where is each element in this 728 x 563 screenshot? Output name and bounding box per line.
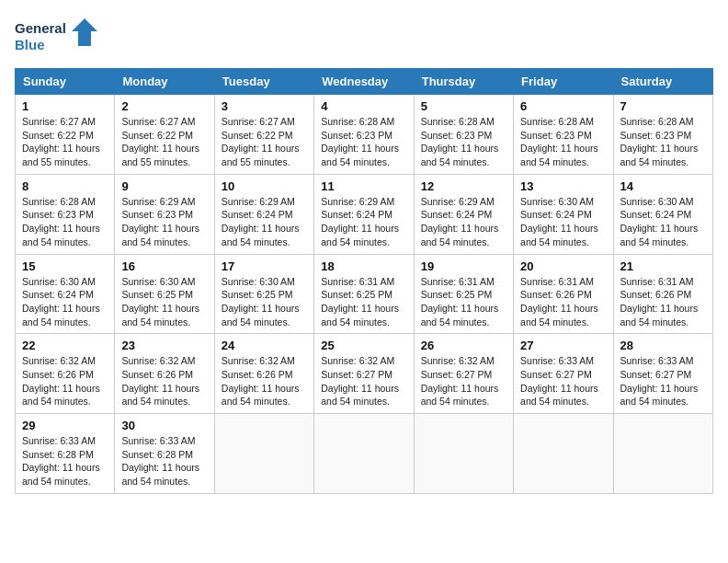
day-number: 23 [121,339,207,352]
day-info: Sunrise: 6:28 AM Sunset: 6:23 PM Dayligh… [22,195,108,249]
day-info: Sunrise: 6:27 AM Sunset: 6:22 PM Dayligh… [121,115,207,169]
weekday-header: Sunday [16,69,115,95]
calendar-cell: 2 Sunrise: 6:27 AM Sunset: 6:22 PM Dayli… [115,95,214,175]
day-number: 5 [421,99,506,113]
day-number: 18 [321,259,406,273]
day-info: Sunrise: 6:29 AM Sunset: 6:24 PM Dayligh… [222,195,307,249]
day-info: Sunrise: 6:32 AM Sunset: 6:26 PM Dayligh… [121,354,207,408]
day-number: 22 [22,339,108,352]
day-info: Sunrise: 6:30 AM Sunset: 6:24 PM Dayligh… [520,195,606,249]
weekday-header: Tuesday [214,69,313,95]
day-number: 16 [121,259,207,273]
day-info: Sunrise: 6:30 AM Sunset: 6:24 PM Dayligh… [620,195,706,249]
calendar-cell: 28 Sunrise: 6:33 AM Sunset: 6:27 PM Dayl… [613,334,712,414]
calendar-cell: 29 Sunrise: 6:33 AM Sunset: 6:28 PM Dayl… [16,414,115,494]
day-info: Sunrise: 6:31 AM Sunset: 6:25 PM Dayligh… [421,275,506,329]
calendar-cell: 20 Sunrise: 6:31 AM Sunset: 6:26 PM Dayl… [514,254,613,334]
svg-text:General: General [15,20,66,36]
calendar-cell [613,414,712,494]
day-number: 9 [121,179,207,193]
svg-text:Blue: Blue [15,37,45,52]
day-number: 13 [520,179,606,193]
day-number: 10 [222,179,307,193]
day-info: Sunrise: 6:32 AM Sunset: 6:27 PM Dayligh… [421,354,506,408]
calendar-week-row: 15 Sunrise: 6:30 AM Sunset: 6:24 PM Dayl… [16,254,713,334]
calendar-week-row: 8 Sunrise: 6:28 AM Sunset: 6:23 PM Dayli… [16,174,713,254]
day-number: 27 [520,339,606,352]
calendar-cell: 7 Sunrise: 6:28 AM Sunset: 6:23 PM Dayli… [613,95,712,175]
svg-marker-2 [72,18,97,46]
weekday-header: Monday [115,69,214,95]
day-info: Sunrise: 6:28 AM Sunset: 6:23 PM Dayligh… [520,115,606,169]
calendar-cell: 19 Sunrise: 6:31 AM Sunset: 6:25 PM Dayl… [414,254,513,334]
calendar-cell: 30 Sunrise: 6:33 AM Sunset: 6:28 PM Dayl… [115,414,214,494]
calendar-table: SundayMondayTuesdayWednesdayThursdayFrid… [15,68,713,494]
calendar-cell: 1 Sunrise: 6:27 AM Sunset: 6:22 PM Dayli… [16,95,115,175]
calendar-cell: 12 Sunrise: 6:29 AM Sunset: 6:24 PM Dayl… [414,174,513,254]
calendar-cell: 15 Sunrise: 6:30 AM Sunset: 6:24 PM Dayl… [16,254,115,334]
weekday-header: Friday [514,69,613,95]
calendar-week-row: 1 Sunrise: 6:27 AM Sunset: 6:22 PM Dayli… [16,95,713,175]
calendar-cell [314,414,414,494]
day-number: 28 [620,339,706,352]
calendar-cell: 25 Sunrise: 6:32 AM Sunset: 6:27 PM Dayl… [314,334,414,414]
logo: General Blue [15,15,97,57]
day-info: Sunrise: 6:30 AM Sunset: 6:25 PM Dayligh… [222,275,307,329]
day-number: 30 [121,419,207,432]
page-header: General Blue [15,15,713,57]
calendar-header: SundayMondayTuesdayWednesdayThursdayFrid… [16,69,713,95]
calendar-cell: 18 Sunrise: 6:31 AM Sunset: 6:25 PM Dayl… [314,254,414,334]
calendar-cell: 13 Sunrise: 6:30 AM Sunset: 6:24 PM Dayl… [514,174,613,254]
day-number: 12 [421,179,506,193]
calendar-cell: 5 Sunrise: 6:28 AM Sunset: 6:23 PM Dayli… [414,95,513,175]
logo-icon: General Blue [15,15,97,57]
day-number: 26 [421,339,506,352]
day-number: 6 [520,99,606,113]
day-number: 21 [620,259,706,273]
day-info: Sunrise: 6:32 AM Sunset: 6:27 PM Dayligh… [321,354,406,408]
day-number: 14 [620,179,706,193]
day-info: Sunrise: 6:31 AM Sunset: 6:26 PM Dayligh… [620,275,706,329]
calendar-cell: 21 Sunrise: 6:31 AM Sunset: 6:26 PM Dayl… [613,254,712,334]
day-number: 11 [321,179,406,193]
calendar-cell: 27 Sunrise: 6:33 AM Sunset: 6:27 PM Dayl… [514,334,613,414]
day-info: Sunrise: 6:27 AM Sunset: 6:22 PM Dayligh… [22,115,108,169]
day-info: Sunrise: 6:28 AM Sunset: 6:23 PM Dayligh… [321,115,406,169]
day-number: 17 [222,259,307,273]
calendar-cell: 23 Sunrise: 6:32 AM Sunset: 6:26 PM Dayl… [115,334,214,414]
calendar-week-row: 29 Sunrise: 6:33 AM Sunset: 6:28 PM Dayl… [16,414,713,494]
calendar-cell: 10 Sunrise: 6:29 AM Sunset: 6:24 PM Dayl… [214,174,313,254]
calendar-cell: 6 Sunrise: 6:28 AM Sunset: 6:23 PM Dayli… [514,95,613,175]
day-info: Sunrise: 6:32 AM Sunset: 6:26 PM Dayligh… [222,354,307,408]
day-number: 8 [22,179,108,193]
day-number: 29 [22,419,108,432]
calendar-cell [414,414,513,494]
day-number: 20 [520,259,606,273]
calendar-cell: 26 Sunrise: 6:32 AM Sunset: 6:27 PM Dayl… [414,334,513,414]
calendar-cell: 16 Sunrise: 6:30 AM Sunset: 6:25 PM Dayl… [115,254,214,334]
day-info: Sunrise: 6:27 AM Sunset: 6:22 PM Dayligh… [222,115,307,169]
day-info: Sunrise: 6:29 AM Sunset: 6:24 PM Dayligh… [321,195,406,249]
day-number: 3 [222,99,307,113]
day-info: Sunrise: 6:31 AM Sunset: 6:26 PM Dayligh… [520,275,606,329]
day-number: 4 [321,99,406,113]
day-number: 2 [121,99,207,113]
day-info: Sunrise: 6:33 AM Sunset: 6:28 PM Dayligh… [22,434,108,488]
day-number: 1 [22,99,108,113]
calendar-week-row: 22 Sunrise: 6:32 AM Sunset: 6:26 PM Dayl… [16,334,713,414]
calendar-cell: 14 Sunrise: 6:30 AM Sunset: 6:24 PM Dayl… [613,174,712,254]
day-number: 7 [620,99,706,113]
weekday-header: Saturday [613,69,712,95]
day-number: 15 [22,259,108,273]
calendar-cell: 9 Sunrise: 6:29 AM Sunset: 6:23 PM Dayli… [115,174,214,254]
calendar-cell: 8 Sunrise: 6:28 AM Sunset: 6:23 PM Dayli… [16,174,115,254]
day-number: 25 [321,339,406,352]
weekday-header: Wednesday [314,69,414,95]
calendar-cell: 4 Sunrise: 6:28 AM Sunset: 6:23 PM Dayli… [314,95,414,175]
weekday-header: Thursday [414,69,513,95]
day-info: Sunrise: 6:30 AM Sunset: 6:24 PM Dayligh… [22,275,108,329]
calendar-cell [514,414,613,494]
day-number: 19 [421,259,506,273]
day-info: Sunrise: 6:33 AM Sunset: 6:27 PM Dayligh… [620,354,706,408]
day-info: Sunrise: 6:28 AM Sunset: 6:23 PM Dayligh… [620,115,706,169]
